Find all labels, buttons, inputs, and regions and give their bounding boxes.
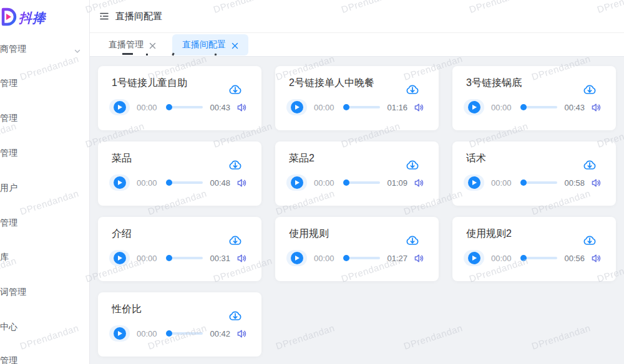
sidebar-item-9[interactable]: 管理 [0,354,89,364]
current-time: 00:00 [314,103,339,112]
close-icon[interactable] [149,41,156,48]
volume-icon[interactable] [413,252,425,264]
play-icon [468,252,480,264]
duration: 01:27 [387,254,407,263]
download-icon[interactable] [228,158,243,173]
volume-icon[interactable] [236,252,248,264]
progress-slider[interactable] [168,332,203,335]
download-icon[interactable] [228,82,243,97]
sidebar-item-label: 管理 [0,78,17,88]
sidebar-item-label: 管理 [0,148,17,158]
clipped-heading-fragment [121,52,271,56]
volume-icon[interactable] [236,177,248,189]
audio-card-grid: 1号链接儿童自助 00:00 00:43 [98,66,616,357]
current-time: 00:00 [491,254,516,263]
audio-card-title: 性价比 [112,303,224,316]
sidebar-item-6[interactable]: 库 [0,251,89,263]
audio-player: 00:00 00:56 [452,250,616,266]
volume-icon[interactable] [590,102,602,113]
sidebar-item-0[interactable]: 商管理 [0,42,89,55]
play-icon [114,101,126,113]
progress-slider[interactable] [345,106,380,108]
slider-handle[interactable] [520,180,527,186]
sidebar-item-1[interactable]: 管理 [0,77,89,89]
download-icon[interactable] [582,82,597,97]
download-icon[interactable] [405,158,420,173]
play-button[interactable] [286,250,307,266]
play-button[interactable] [464,175,484,191]
current-time: 00:00 [137,103,162,112]
sidebar-item-4[interactable]: 用户 [0,181,89,194]
slider-handle[interactable] [343,104,349,110]
play-icon [291,101,303,113]
audio-card-title: 菜品2 [289,152,401,165]
sidebar-item-label: 管理 [0,218,17,228]
volume-icon[interactable] [413,102,425,113]
download-icon[interactable] [405,82,420,97]
audio-player: 00:00 00:58 [452,175,616,191]
play-button[interactable] [464,99,484,115]
audio-card-title: 使用规则2 [466,228,578,241]
tab-label: 直播间配置 [182,39,226,50]
download-icon[interactable] [228,233,243,248]
play-button[interactable] [286,175,307,191]
sidebar-item-8[interactable]: 中心 [0,320,89,333]
duration: 00:31 [210,254,230,263]
play-button[interactable] [109,250,130,266]
download-icon[interactable] [582,158,597,173]
play-button[interactable] [109,99,130,115]
volume-icon[interactable] [590,252,602,264]
volume-icon[interactable] [590,177,602,189]
current-time: 00:00 [137,254,162,263]
duration: 01:16 [387,103,407,112]
progress-slider[interactable] [168,181,203,184]
download-icon[interactable] [582,233,597,248]
slider-handle[interactable] [166,180,172,186]
progress-slider[interactable] [522,181,557,184]
progress-slider[interactable] [522,257,557,259]
collapse-menu-icon[interactable] [98,10,110,22]
slider-handle[interactable] [343,255,349,261]
volume-icon[interactable] [413,177,425,189]
audio-card-title: 2号链接单人中晚餐 [289,77,401,90]
current-time: 00:00 [491,178,516,188]
app-logo: 抖捧 [0,6,46,30]
audio-card-title: 3号链接锅底 [466,77,578,90]
play-button[interactable] [464,250,484,266]
progress-slider[interactable] [345,181,380,184]
current-time: 00:00 [137,329,162,338]
sidebar-item-5[interactable]: 管理 [0,216,89,229]
close-icon[interactable] [232,41,238,48]
duration: 00:43 [210,103,230,112]
progress-slider[interactable] [522,106,557,108]
play-icon [114,327,126,340]
progress-slider[interactable] [345,257,380,259]
progress-slider[interactable] [168,106,203,108]
sidebar-item-2[interactable]: 管理 [0,112,89,124]
slider-handle[interactable] [166,104,172,110]
sidebar-item-7[interactable]: 词管理 [0,285,89,298]
slider-handle[interactable] [520,255,527,261]
duration: 00:43 [564,103,585,112]
volume-icon[interactable] [236,328,248,340]
audio-card: 1号链接儿童自助 00:00 00:43 [98,66,261,130]
volume-icon[interactable] [236,102,248,113]
sidebar-item-label: 用户 [0,183,17,193]
app-window: 抖捧 商管理 管理 管理 管理 [0,0,624,364]
play-button[interactable] [109,175,130,191]
play-icon [291,252,303,264]
slider-handle[interactable] [520,104,527,110]
play-button[interactable] [286,99,307,115]
download-icon[interactable] [405,233,420,248]
audio-player: 00:00 00:48 [98,175,261,191]
slider-handle[interactable] [166,255,172,261]
sidebar-item-label: 管理 [0,355,17,364]
progress-slider[interactable] [168,257,203,259]
slider-handle[interactable] [166,330,172,337]
tab-live-management[interactable]: 直播管理 [109,39,156,50]
download-icon[interactable] [228,309,243,323]
play-button[interactable] [109,325,130,342]
sidebar-item-3[interactable]: 管理 [0,146,89,159]
audio-card: 介绍 00:00 00:31 [98,217,261,281]
slider-handle[interactable] [343,180,349,186]
